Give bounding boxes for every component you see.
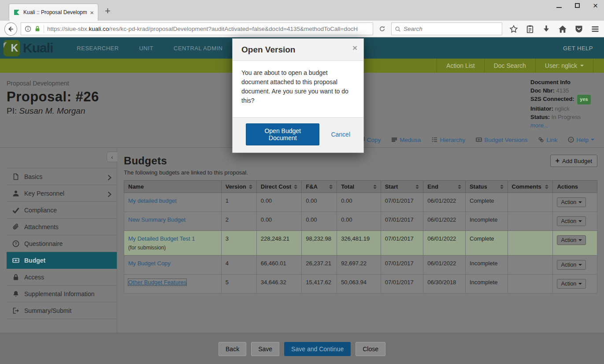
back-button[interactable]: Back [219, 342, 246, 356]
toolbar-help[interactable]: ?Help [568, 137, 594, 143]
action-bar-user-nglick[interactable]: User: nglick [535, 59, 593, 73]
row-action-button[interactable]: Action [557, 260, 586, 270]
column-header-version[interactable]: Version [221, 181, 256, 193]
column-header-direct-cost[interactable]: Direct Cost [256, 181, 301, 193]
budget-cell: Complete [465, 193, 508, 212]
sidebar-item-budget[interactable]: Budget [7, 252, 117, 269]
tab-close-icon[interactable]: × [90, 9, 94, 16]
url-scheme: https://siue-sbx. [47, 26, 89, 32]
pocket-icon[interactable] [574, 25, 583, 33]
budget-name-link[interactable]: Other Budget Features [128, 279, 186, 286]
sidebar-item-access[interactable]: Access [7, 269, 117, 286]
sort-icon[interactable] [291, 185, 297, 189]
sort-icon[interactable] [246, 185, 252, 189]
address-field[interactable]: https://siue-sbx.kuali.co/res/kc-pd-krad… [21, 22, 373, 35]
column-header-start[interactable]: Start [381, 181, 423, 193]
chevron-right-icon [106, 191, 111, 196]
top-nav-link-central-admin[interactable]: CENTRAL ADMIN [174, 45, 222, 52]
top-nav-link-researcher[interactable]: RESEARCHER [77, 45, 119, 52]
site-info-icon[interactable] [25, 26, 31, 32]
caret-down-icon [578, 264, 582, 266]
modal-close-icon[interactable]: × [352, 43, 357, 53]
sidebar-item-summary-submit[interactable]: Summary/Submit [7, 302, 117, 319]
kuali-logo-icon[interactable]: K [4, 40, 20, 56]
budget-cell: 06/01/2022 [423, 231, 466, 256]
sort-icon[interactable] [455, 185, 461, 189]
sidebar-item-supplemental-information[interactable]: Supplemental Information [7, 286, 117, 302]
sidebar-item-questionnaire[interactable]: ?Questionnaire [7, 235, 117, 252]
budget-cell: 50,063.94 [337, 275, 381, 293]
search-box[interactable] [391, 22, 502, 35]
budget-cell: 0.00 [256, 193, 301, 212]
svg-text:?: ? [15, 241, 17, 246]
row-action-button[interactable]: Action [557, 235, 586, 245]
sidebar-collapse-button[interactable]: ‹ [107, 152, 117, 162]
home-icon[interactable] [558, 25, 567, 33]
budget-actions-cell: Action [553, 275, 597, 293]
toolbar-medusa[interactable]: Medusa [391, 137, 421, 143]
doc-info-more-link[interactable]: more... [530, 121, 597, 130]
window-close-button[interactable]: × [593, 3, 598, 8]
browser-tab[interactable]: Kuali :: Proposal Developme × [9, 4, 98, 21]
maximize-button[interactable] [575, 3, 580, 8]
chevron-right-icon [106, 174, 111, 179]
toolbar-hierarchy[interactable]: Hierarchy [431, 137, 465, 143]
action-bar-doc-search[interactable]: Doc Search [484, 59, 535, 73]
toolbar-budget-versions[interactable]: Budget Versions [476, 137, 527, 143]
https-lock-icon[interactable] [34, 26, 41, 32]
document-info-title: Document Info [530, 78, 597, 86]
save-and-continue-button[interactable]: Save and Continue [284, 342, 351, 356]
budget-cell: 07/01/2017 [381, 231, 423, 256]
column-header-status[interactable]: Status [465, 181, 508, 193]
budget-cell: 07/01/2017 [381, 193, 423, 212]
column-header-f-a[interactable]: F&A [302, 181, 337, 193]
budget-actions-cell: Action [553, 256, 597, 275]
sidebar-item-compliance[interactable]: Compliance [7, 202, 117, 219]
minimize-button[interactable] [556, 7, 562, 8]
sort-icon[interactable] [497, 185, 504, 189]
column-header-end[interactable]: End [423, 181, 466, 193]
toolbar-link[interactable]: Link [538, 137, 557, 143]
budget-name-link[interactable]: My Budget Copy [128, 260, 170, 267]
url-bar: https://siue-sbx.kuali.co/res/kc-pd-krad… [0, 21, 604, 37]
menu-hamburger-icon[interactable] [591, 25, 600, 33]
row-action-button[interactable]: Action [557, 279, 586, 289]
paperclip-icon [12, 223, 19, 230]
sort-icon[interactable] [326, 185, 333, 189]
reload-icon[interactable] [377, 23, 388, 35]
sidebar-item-key-personnel[interactable]: Key Personnel [7, 185, 117, 202]
budget-name-link[interactable]: New Summary Budget [128, 216, 185, 223]
downloads-icon[interactable] [542, 25, 551, 33]
back-button[interactable] [4, 22, 17, 36]
column-header-comments[interactable]: Comments [508, 181, 553, 193]
close-button[interactable]: Close [356, 342, 385, 356]
kuali-page: K Kuali RESEARCHERUNITCENTRAL ADMINCOI G… [0, 37, 604, 364]
budget-cell: 15,417.62 [302, 275, 337, 293]
bookmark-star-icon[interactable] [509, 25, 518, 33]
new-tab-button[interactable]: + [105, 6, 111, 16]
sort-icon[interactable] [371, 185, 377, 189]
top-nav-link-unit[interactable]: UNIT [139, 45, 153, 52]
open-budget-document-button[interactable]: Open Budget Document [246, 123, 319, 145]
sort-icon[interactable] [542, 185, 548, 189]
get-help-link[interactable]: GET HELP [563, 45, 593, 52]
budget-cell: 2 [221, 212, 256, 231]
budget-name-link[interactable]: My Detailed Budget Test 1 [128, 235, 195, 242]
search-input[interactable] [404, 26, 499, 32]
action-bar-action-list[interactable]: Action List [437, 59, 484, 73]
sort-icon[interactable] [413, 185, 419, 189]
column-header-total[interactable]: Total [337, 181, 381, 193]
row-action-button[interactable]: Action [557, 216, 586, 226]
cancel-button[interactable]: Cancel [331, 131, 350, 138]
reading-list-icon[interactable] [526, 25, 534, 33]
save-button[interactable]: Save [251, 342, 279, 356]
budget-name-link[interactable]: My detailed budget [128, 197, 177, 204]
add-budget-button[interactable]: + Add Budget [550, 155, 597, 167]
medusa-icon [391, 137, 397, 143]
document-info-panel: Document Info Doc Nbr: 4135S2S Connected… [530, 78, 597, 130]
row-action-button[interactable]: Action [557, 197, 586, 207]
sidebar-item-attachments[interactable]: Attachments [7, 219, 117, 235]
budgets-subheading: The following budgets are linked to this… [124, 169, 597, 176]
sidebar-item-basics[interactable]: Basics [7, 168, 117, 185]
budget-cell: 06/30/2018 [423, 275, 466, 293]
